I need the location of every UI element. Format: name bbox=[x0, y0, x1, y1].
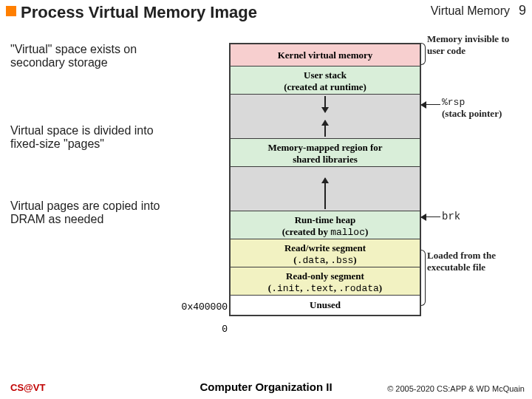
segment-user-stack-l2: (created at runtime) bbox=[232, 81, 418, 93]
slide-title: Process Virtual Memory Image bbox=[21, 3, 257, 22]
annotation-brk: brk bbox=[442, 211, 460, 222]
arrow-up-icon bbox=[324, 178, 326, 209]
rsp-code: %rsp bbox=[442, 97, 465, 108]
segment-user-stack-l1: User stack bbox=[232, 69, 418, 81]
note-virtual-space: "Virtual" space exists on secondary stor… bbox=[10, 43, 166, 69]
segment-user-stack: User stack (created at runtime) bbox=[231, 66, 420, 95]
annotation-rsp: %rsp (stack pointer) bbox=[442, 96, 523, 120]
arrow-up-icon bbox=[324, 120, 326, 137]
segment-readonly: Read-only segment (.init, .text, .rodata… bbox=[231, 267, 420, 296]
segment-ro-l2: (.init, .text, .rodata) bbox=[232, 282, 418, 294]
memory-diagram: Kernel virtual memory User stack (create… bbox=[229, 43, 421, 316]
segment-mmap-l2: shared libraries bbox=[232, 154, 418, 166]
segment-gap-lower bbox=[231, 167, 420, 211]
segment-readwrite: Read/write segment (.data, .bss) bbox=[231, 239, 420, 267]
address-zero: 0 bbox=[217, 324, 228, 335]
slide: Process Virtual Memory Image Virtual Mem… bbox=[0, 0, 532, 399]
annotation-loaded: Loaded from the executable file bbox=[427, 250, 523, 273]
title-bullet-icon bbox=[6, 6, 16, 16]
arrow-down-icon bbox=[324, 96, 326, 112]
brace-icon bbox=[421, 43, 426, 65]
segment-unused: Unused bbox=[231, 296, 420, 315]
arrow-left-icon bbox=[421, 216, 440, 217]
segment-kernel: Kernel virtual memory bbox=[231, 44, 420, 66]
page-number: 9 bbox=[519, 3, 526, 18]
annotation-kernel-invisible: Memory invisible to user code bbox=[427, 33, 523, 57]
rsp-desc: (stack pointer) bbox=[442, 108, 502, 119]
segment-mmap-l1: Memory-mapped region for bbox=[232, 142, 418, 154]
note-dram: Virtual pages are copied into DRAM as ne… bbox=[10, 200, 166, 226]
segment-gap-upper bbox=[231, 95, 420, 139]
arrow-left-icon bbox=[421, 104, 440, 105]
segment-heap-l2: (created by malloc) bbox=[232, 226, 418, 238]
brace-icon bbox=[421, 250, 426, 306]
note-pages: Virtual space is divided into fixed-size… bbox=[10, 124, 166, 151]
segment-rw-l2: (.data, .bss) bbox=[232, 254, 418, 266]
section-label: Virtual Memory bbox=[431, 4, 510, 18]
segment-heap-l1: Run-time heap bbox=[232, 214, 418, 226]
segment-mmap: Memory-mapped region for shared librarie… bbox=[231, 139, 420, 167]
footer-copyright: © 2005-2020 CS:APP & WD McQuain bbox=[387, 384, 525, 393]
segment-ro-l1: Read-only segment bbox=[232, 270, 418, 282]
address-base: 0x400000 bbox=[168, 301, 228, 313]
segment-rw-l1: Read/write segment bbox=[232, 242, 418, 254]
segment-heap: Run-time heap (created by malloc) bbox=[231, 211, 420, 239]
